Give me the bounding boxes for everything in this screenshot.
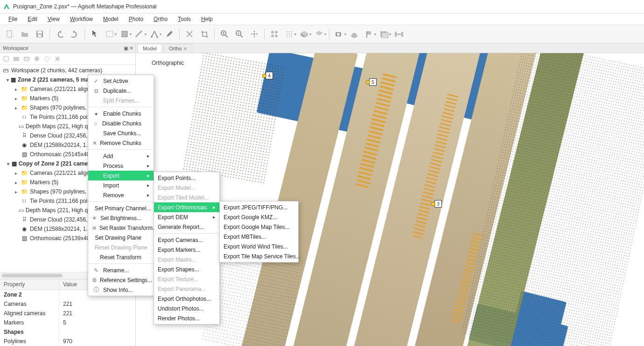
redo-button[interactable]: [68, 27, 82, 41]
chunk-context-menu[interactable]: ✓Set Active ⧉Duplicate... Split Frames..…: [88, 75, 154, 296]
svg-point-26: [291, 36, 292, 37]
panel-close-icon[interactable]: ✕: [129, 45, 133, 51]
svg-point-20: [291, 31, 292, 32]
tab-model[interactable]: Model: [138, 44, 162, 53]
svg-rect-36: [382, 33, 388, 38]
show-shapes-button[interactable]: [347, 27, 361, 41]
menu-help[interactable]: Help: [196, 14, 217, 24]
chevron-down-icon[interactable]: ▾: [7, 77, 9, 83]
menu-tools[interactable]: Tools: [173, 14, 196, 24]
svg-rect-33: [367, 31, 371, 35]
ctx-export[interactable]: Export: [88, 171, 154, 180]
chevron-right-icon[interactable]: ▸: [13, 180, 19, 185]
viewport-marker-3[interactable]: 3: [434, 200, 442, 208]
ctx-export-worldwind[interactable]: Export World Wind Tiles...: [220, 242, 298, 251]
ctx-export-cameras[interactable]: Export Cameras...: [154, 235, 219, 245]
open-button[interactable]: [18, 27, 32, 41]
chevron-right-icon[interactable]: ▸: [13, 96, 19, 101]
chevron-right-icon[interactable]: ▸: [13, 87, 19, 92]
dem-icon: ◉: [21, 225, 28, 233]
ctx-undistort-photos[interactable]: Undistort Photos...: [154, 304, 219, 313]
menu-view[interactable]: View: [43, 14, 64, 24]
ctx-duplicate[interactable]: ⧉Duplicate...: [88, 86, 154, 96]
svg-point-24: [287, 36, 287, 37]
menu-file[interactable]: File: [4, 14, 22, 24]
chevron-right-icon[interactable]: ▸: [13, 105, 19, 111]
ctx-enable-chunks[interactable]: ●Enable Chunks: [88, 109, 154, 118]
pencil-button[interactable]: [162, 27, 176, 41]
ctx-export-shapes[interactable]: Export Shapes...: [154, 264, 219, 274]
ctx-export-orthomosaic[interactable]: Export Orthomosaic: [154, 202, 219, 212]
ws-add-icon[interactable]: [2, 55, 10, 63]
grid-view-icon[interactable]: [267, 27, 281, 41]
ctx-export-points[interactable]: Export Points...: [154, 173, 219, 183]
prop-shapes-label: Shapes: [0, 327, 59, 337]
ctx-export-kmz[interactable]: Export Google KMZ...: [220, 212, 298, 222]
ctx-import[interactable]: Import: [88, 180, 154, 190]
orthomosaic-icon: ▧: [21, 151, 28, 158]
chevron-right-icon[interactable]: ▸: [13, 189, 19, 194]
menu-ortho[interactable]: Ortho: [149, 14, 172, 24]
properties-header-value: Value: [59, 279, 81, 290]
chevron-right-icon[interactable]: ▸: [13, 171, 19, 176]
menu-workflow[interactable]: Workflow: [65, 14, 98, 24]
ctx-remove[interactable]: Remove: [88, 190, 154, 200]
menu-model[interactable]: Model: [98, 14, 123, 24]
ctx-export-orthophotos[interactable]: Export Orthophotos...: [154, 294, 219, 304]
undo-button[interactable]: [53, 27, 67, 41]
tab-ortho[interactable]: Ortho✕: [164, 44, 193, 53]
reset-view-button[interactable]: [247, 27, 261, 41]
ctx-export-jpeg[interactable]: Export JPEG/TIFF/PNG...: [220, 202, 298, 212]
close-icon[interactable]: ✕: [183, 46, 187, 51]
ctx-set-raster[interactable]: ≋Set Raster Transform...: [88, 223, 154, 233]
ctx-reference-settings[interactable]: ⚙Reference Settings...: [88, 275, 154, 285]
viewport-marker-4[interactable]: 4: [266, 72, 273, 79]
ws-add-photos-icon[interactable]: [12, 55, 21, 63]
ctx-set-primary[interactable]: Set Primary Channel...: [88, 203, 154, 213]
prop-polylines-value: 970: [59, 337, 76, 346]
brightness-icon: ☀: [92, 215, 98, 221]
ctx-save-chunks[interactable]: Save Chunks...: [88, 128, 154, 138]
app-icon: [3, 3, 10, 10]
ctx-export-markers[interactable]: Export Markers...: [154, 245, 219, 255]
new-project-button[interactable]: [3, 27, 17, 41]
export-submenu[interactable]: Export Points... Export Model... Export …: [154, 172, 220, 325]
chevron-down-icon[interactable]: ▾: [7, 161, 10, 166]
ctx-generate-report[interactable]: Generate Report...: [154, 222, 219, 232]
zoom-out-button[interactable]: [232, 27, 246, 41]
panel-float-icon[interactable]: ▣: [124, 45, 128, 51]
ctx-export-dem[interactable]: Export DEM: [154, 212, 219, 222]
ctx-rename[interactable]: ✎Rename...: [88, 265, 154, 275]
ctx-export-tms[interactable]: Export Tile Map Service Tiles...: [220, 251, 298, 261]
ctx-reset-transform[interactable]: Reset Transform: [88, 252, 154, 262]
viewport-marker-5[interactable]: 5: [369, 78, 377, 86]
tree-root[interactable]: 🗃Workspace (2 chunks, 442 cameras): [0, 66, 135, 75]
ctx-set-drawing[interactable]: Set Drawing Plane: [88, 233, 154, 242]
show-aligned-button[interactable]: [392, 27, 406, 41]
ws-add-folder-icon[interactable]: [22, 55, 31, 63]
ctx-render-photos[interactable]: Render Photos...: [154, 313, 219, 323]
ctx-show-info[interactable]: ⓘShow Info...: [88, 285, 154, 295]
svg-point-13: [253, 33, 255, 35]
ws-disable-icon[interactable]: [43, 55, 51, 63]
ws-remove-icon[interactable]: [53, 55, 62, 63]
menu-photo[interactable]: Photo: [124, 14, 148, 24]
crop-button[interactable]: [197, 27, 211, 41]
export-orthomosaic-submenu[interactable]: Export JPEG/TIFF/PNG... Export Google KM…: [219, 201, 299, 263]
zoom-in-button[interactable]: [217, 27, 231, 41]
workspace-root-icon: 🗃: [2, 67, 9, 74]
ctx-add[interactable]: Add: [88, 151, 154, 161]
ctx-remove-chunks[interactable]: ✕Remove Chunks: [88, 138, 154, 148]
ctx-export-mbtiles[interactable]: Export MBTiles...: [220, 232, 298, 242]
ws-enable-icon[interactable]: [33, 55, 41, 63]
ctx-process[interactable]: Process: [88, 161, 154, 171]
delete-selection-button[interactable]: [182, 27, 196, 41]
save-button[interactable]: [33, 27, 47, 41]
menu-edit[interactable]: Edit: [23, 14, 42, 24]
ctx-set-active[interactable]: ✓Set Active: [88, 76, 154, 86]
ctx-export-gmap[interactable]: Export Google Map Tiles...: [220, 222, 298, 232]
ctx-export-tiled: Export Tiled Model...: [154, 193, 219, 202]
navigate-button[interactable]: [88, 27, 102, 41]
ctx-disable-chunks[interactable]: ○Disable Chunks: [88, 118, 154, 128]
ctx-set-brightness[interactable]: ☀Set Brightness...: [88, 213, 154, 223]
